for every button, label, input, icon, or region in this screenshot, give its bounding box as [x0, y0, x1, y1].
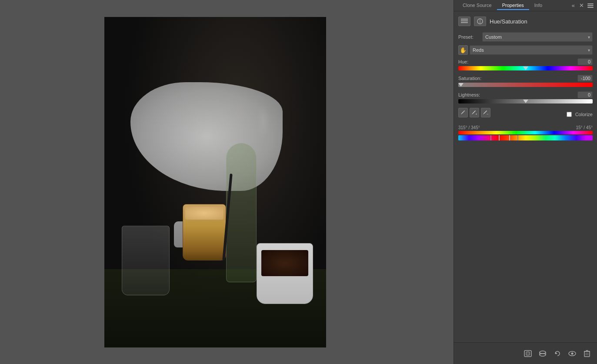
- panel-header: Clone Source Properties Info « ✕: [454, 0, 597, 11]
- delete-icon[interactable]: [582, 349, 592, 358]
- hand-tool-icon[interactable]: ✋: [458, 45, 468, 55]
- eyedropper-minus-icon[interactable]: −: [481, 108, 490, 117]
- saturation-value[interactable]: -100: [577, 75, 593, 82]
- eyedropper-icon[interactable]: [458, 108, 468, 117]
- hue-slider-header: Hue: 0: [458, 58, 593, 65]
- svg-rect-16: [584, 351, 590, 357]
- lightness-track[interactable]: [458, 99, 593, 104]
- range-label-right: 15° / 45°: [576, 125, 593, 130]
- svg-point-10: [540, 354, 546, 356]
- lightness-thumb[interactable]: [523, 100, 528, 103]
- panel-bottom-bar: [454, 342, 597, 364]
- saturation-label: Saturation:: [458, 76, 481, 81]
- colorize-checkbox[interactable]: [567, 112, 572, 117]
- saturation-thumb[interactable]: [458, 83, 464, 87]
- svg-rect-8: [526, 352, 530, 355]
- range-marker-left-outer: [490, 135, 491, 140]
- color-range-labels: 315° / 345° 15° / 45°: [458, 125, 593, 130]
- lightness-value[interactable]: 0: [577, 91, 593, 98]
- preset-row: Preset: Custom: [458, 32, 593, 42]
- tab-properties[interactable]: Properties: [497, 1, 529, 10]
- preset-select-wrapper: Custom: [482, 32, 593, 42]
- eyedropper-plus-icon[interactable]: +: [470, 108, 479, 117]
- smoke-effect: [257, 104, 270, 139]
- adjustment-title: Hue/Saturation: [490, 18, 527, 25]
- saturation-track[interactable]: [458, 83, 593, 87]
- visibility-icon[interactable]: [567, 349, 577, 358]
- adjustment-list-icon[interactable]: [458, 17, 470, 26]
- svg-text:+: +: [475, 112, 477, 116]
- hue-slider-row: Hue: 0: [458, 58, 593, 70]
- clip-layer-icon[interactable]: [538, 349, 547, 358]
- hue-value[interactable]: 0: [577, 58, 593, 65]
- svg-line-4: [464, 111, 464, 112]
- properties-panel: Clone Source Properties Info « ✕: [454, 0, 597, 364]
- reset-icon[interactable]: [553, 349, 562, 358]
- lightness-label: Lightness:: [458, 92, 480, 97]
- properties-content: Hue/Saturation Preset: Custom ✋ Reds Mas…: [454, 11, 597, 144]
- range-label-left: 315° / 345°: [458, 125, 480, 130]
- channel-select[interactable]: Reds Master Yellows Greens Cyans Blues M…: [470, 45, 593, 55]
- tab-clone-source[interactable]: Clone Source: [457, 1, 497, 10]
- channel-row: ✋ Reds Master Yellows Greens Cyans Blues…: [458, 45, 593, 55]
- colorize-label: Colorize: [575, 112, 593, 117]
- add-mask-icon[interactable]: [523, 349, 533, 358]
- preset-select[interactable]: Custom: [482, 32, 593, 42]
- spectrum-bottom-bar[interactable]: [458, 135, 593, 140]
- latte-glass: [183, 204, 226, 260]
- hue-label: Hue:: [458, 59, 468, 64]
- photo-background: [104, 17, 326, 347]
- lightness-slider-header: Lightness: 0: [458, 91, 593, 98]
- colorize-row: Colorize: [567, 112, 593, 117]
- panel-tabs: Clone Source Properties Info: [457, 1, 547, 10]
- white-mug: [257, 243, 313, 304]
- svg-marker-13: [555, 352, 557, 354]
- panel-controls: « ✕: [571, 2, 594, 9]
- svg-rect-1: [461, 20, 468, 21]
- range-marker-right-outer: [517, 135, 518, 140]
- svg-rect-2: [461, 22, 468, 23]
- svg-point-15: [571, 352, 574, 354]
- panel-collapse-button[interactable]: «: [571, 2, 576, 9]
- svg-text:−: −: [487, 112, 489, 116]
- canvas-area: [0, 0, 430, 364]
- adjustment-hue-sat-icon[interactable]: [474, 17, 486, 26]
- svg-rect-0: [461, 19, 468, 20]
- adjustment-header-row: Hue/Saturation: [458, 15, 593, 28]
- hue-thumb[interactable]: [523, 67, 528, 70]
- color-range-section: 315° / 345° 15° / 45°: [458, 125, 593, 140]
- channel-select-wrapper: Reds Master Yellows Greens Cyans Blues M…: [470, 45, 593, 55]
- panel-close-button[interactable]: ✕: [578, 2, 585, 9]
- spectrum-top-bar: [458, 131, 593, 134]
- tab-info[interactable]: Info: [529, 1, 547, 10]
- range-marker-left-inner: [499, 135, 500, 140]
- bottle: [226, 143, 257, 282]
- menu-lines: [587, 3, 594, 8]
- preset-label: Preset:: [458, 34, 482, 40]
- svg-point-9: [540, 351, 546, 354]
- eyedropper-tools-row: + −: [458, 108, 490, 117]
- panel-menu-icon[interactable]: [587, 3, 594, 8]
- saturation-slider-row: Saturation: -100: [458, 75, 593, 87]
- hue-track[interactable]: [458, 66, 593, 70]
- range-marker-right-inner: [509, 135, 510, 140]
- saturation-slider-header: Saturation: -100: [458, 75, 593, 82]
- photo-canvas: [104, 17, 326, 347]
- gray-glass: [122, 226, 170, 295]
- lightness-slider-row: Lightness: 0: [458, 91, 593, 104]
